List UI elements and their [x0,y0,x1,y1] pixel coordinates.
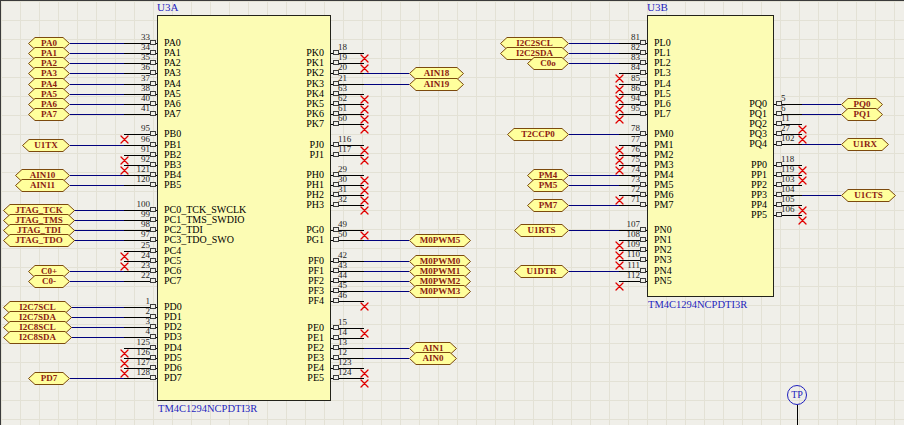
pin-io-glyph [150,217,156,222]
pin-number-PD7: 128 [114,367,150,377]
port-U1RX[interactable]: U1RX [841,138,889,151]
wire-PD7[interactable] [70,378,124,379]
pin-io-glyph [640,142,646,147]
wire-C0-[interactable] [70,281,124,282]
pin-number-PP2: 103 [781,174,817,184]
pin-io-glyph [640,152,646,157]
port-U1TX[interactable]: U1TX [22,139,70,152]
no-connect-x[interactable] [360,151,369,160]
pin-io-glyph [150,248,156,253]
wire-PM7[interactable] [569,205,619,206]
pin-name-PF4: PF4 [234,294,324,308]
port-M0PWM3[interactable]: M0PWM3 [409,285,471,298]
pin-number-PA0: 33 [114,32,150,42]
pin-number-PA2: 35 [114,52,150,62]
wire-PA7[interactable] [70,114,124,115]
no-connect-x[interactable] [615,277,624,286]
pin-number-PD1: 2 [114,306,150,316]
pin-io-glyph [640,257,646,262]
no-connect-x[interactable] [360,374,369,383]
port-AIN0[interactable]: AIN0 [409,352,457,365]
pin-number-PQ4: 102 [781,133,817,143]
port-label: U1DTR [514,265,569,278]
pin-number-PF0: 42 [338,250,374,260]
pin-number-PK3: 21 [338,73,374,83]
port-C0-[interactable]: C0- [28,275,70,288]
pin-name-PC7: PC7 [164,274,181,288]
pin-io-glyph [150,60,156,65]
pin-number-PB1: 96 [114,134,150,144]
port-label: PM5 [527,179,569,192]
port-label: AIN11 [15,179,70,192]
part-number-U3A[interactable]: TM4C1294NCPDTI3R [158,403,257,415]
wire-U1RX[interactable] [802,144,841,145]
pin-number-PM7: 71 [604,194,640,204]
port-U1DTR[interactable]: U1DTR [514,265,569,278]
port-label: M0PWM5 [409,234,471,247]
pin-io-glyph [150,142,156,147]
pin-io-glyph [640,192,646,197]
port-JTAG_TDO[interactable]: JTAG_TDO [3,234,75,247]
pin-io-glyph [150,101,156,106]
no-connect-x[interactable] [798,211,807,220]
no-connect-x[interactable] [360,297,369,306]
port-PM7[interactable]: PM7 [527,199,569,212]
port-label: U1RX [841,138,889,151]
pin-io-glyph [150,207,156,212]
pin-io-glyph [640,268,646,273]
pin-number-PA7: 41 [114,103,150,113]
pin-number-PB5: 120 [114,174,150,184]
pin-io-glyph [640,131,646,136]
test-point[interactable]: TP [787,385,807,405]
pin-number-PC0_TCK_SWCLK: 100 [114,199,150,209]
pin-number-PM5: 73 [604,174,640,184]
port-PM5[interactable]: PM5 [527,179,569,192]
pin-io-glyph [150,111,156,116]
part-number-U3B[interactable]: TM4C1294NCPDTI3R [648,299,747,311]
pin-io-glyph [640,227,646,232]
port-label: U1CTS [841,189,896,202]
pin-number-PK2: 20 [338,62,374,72]
pin-number-PF2: 44 [338,270,374,280]
port-AIN19[interactable]: AIN19 [409,78,464,91]
port-PQ1[interactable]: PQ1 [841,108,883,121]
no-connect-x[interactable] [360,201,369,210]
pin-io-glyph [640,247,646,252]
pin-number-PQ0: 5 [781,93,817,103]
pin-io-glyph [150,162,156,167]
pin-number-PN4: 111 [604,260,640,270]
pin-number-PA6: 40 [114,93,150,103]
pin-io-glyph [640,111,646,116]
pin-io-glyph [150,304,156,309]
pin-io-glyph [640,202,646,207]
pin-name-PE5: PE5 [234,371,324,385]
pin-io-glyph [640,237,646,242]
pin-name-PJ1: PJ1 [234,148,324,162]
pin-io-glyph [640,70,646,75]
pin-name-PQ4: PQ4 [677,137,767,151]
port-U1CTS[interactable]: U1CTS [841,189,896,202]
designator-U3A[interactable]: U3A [157,1,178,14]
port-PA7[interactable]: PA7 [28,108,70,121]
test-point-wire[interactable] [797,405,798,425]
port-PD7[interactable]: PD7 [28,372,70,385]
port-T2CCP0[interactable]: T2CCP0 [507,128,569,141]
wire-M0PWM5[interactable] [364,240,409,241]
designator-U3B[interactable]: U3B [647,1,668,14]
no-connect-x[interactable] [615,110,624,119]
pin-io-glyph [150,227,156,232]
pin-name-PH3: PH3 [234,198,324,212]
port-AIN11[interactable]: AIN11 [15,179,70,192]
no-connect-x[interactable] [360,120,369,129]
schematic-sheet: TP U3ATM4C1294NCPDTI3RPA033PA0PA134PA1PA… [0,0,904,425]
port-M0PWM5[interactable]: M0PWM5 [409,234,471,247]
port-I2C8SDA[interactable]: I2C8SDA [3,331,72,344]
port-label: M0PWM3 [409,285,471,298]
wire-AIN11[interactable] [70,185,124,186]
port-C0o[interactable]: C0o [527,57,569,70]
port-U1RTS[interactable]: U1RTS [514,224,569,237]
port-label: C0- [28,275,70,288]
pin-number-PE1: 14 [338,327,374,337]
pin-number-PE3: 12 [338,347,374,357]
pin-io-glyph [640,172,646,177]
